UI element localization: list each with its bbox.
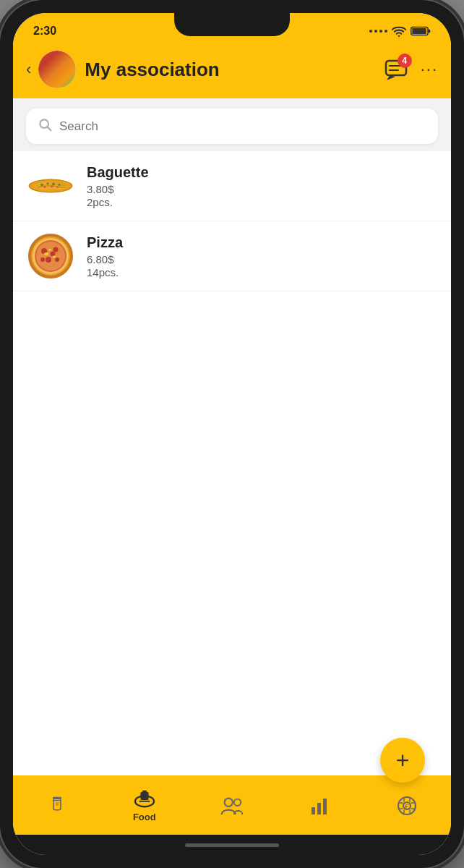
svg-point-17 (56, 186, 58, 187)
food-nav-label: Food (133, 812, 156, 822)
svg-point-28 (44, 252, 48, 255)
pizza-qty: 14pcs. (87, 266, 123, 278)
svg-rect-2 (412, 28, 426, 34)
svg-rect-41 (312, 807, 315, 814)
avatar-image (38, 51, 76, 88)
status-time: 2:30 (33, 25, 56, 38)
back-button[interactable]: ‹ (26, 60, 31, 79)
search-box[interactable] (26, 109, 438, 144)
svg-point-26 (40, 258, 45, 262)
svg-line-8 (48, 127, 51, 131)
baguette-qty: 2pcs. (87, 196, 149, 208)
stats-icon (309, 796, 330, 816)
svg-text:€: € (405, 803, 410, 811)
settings-icon: € (397, 796, 417, 816)
svg-point-34 (55, 802, 59, 806)
svg-rect-3 (428, 30, 430, 33)
wifi-icon (392, 25, 406, 37)
svg-point-0 (398, 35, 400, 37)
list-item[interactable]: Pizza 6.80$ 14pcs. (13, 221, 451, 292)
chat-button[interactable]: 4 (383, 56, 409, 82)
pizza-image (27, 233, 74, 279)
svg-rect-33 (53, 797, 61, 799)
svg-point-29 (53, 255, 56, 258)
nav-item-drinks[interactable] (35, 796, 79, 816)
more-button[interactable]: ··· (421, 60, 438, 79)
bottom-nav: Food (13, 775, 451, 835)
notification-badge: 4 (398, 54, 412, 68)
svg-point-30 (48, 249, 51, 251)
status-icons (369, 25, 431, 37)
header: ‹ My association 4 ··· (13, 45, 451, 98)
pizza-info: Pizza 6.80$ 14pcs. (87, 234, 123, 278)
svg-point-39 (225, 799, 233, 807)
svg-rect-43 (323, 799, 327, 814)
drinks-icon (47, 796, 67, 816)
list-item[interactable]: Baguette 3.80$ 2pcs. (13, 151, 451, 221)
food-icon (134, 789, 155, 809)
content-area: Baguette 3.80$ 2pcs. (13, 98, 451, 775)
svg-point-16 (51, 185, 53, 187)
svg-point-12 (46, 182, 48, 184)
svg-rect-37 (142, 791, 147, 794)
svg-point-24 (46, 257, 51, 263)
phone-frame: 2:30 (0, 0, 464, 868)
notch (174, 13, 290, 36)
nav-item-food[interactable]: Food (123, 789, 166, 822)
svg-rect-42 (317, 803, 321, 814)
nav-item-settings[interactable]: € (385, 796, 429, 816)
pizza-price: 6.80$ (87, 253, 123, 265)
search-icon (38, 117, 52, 135)
battery-icon (411, 25, 431, 37)
nav-item-stats[interactable] (298, 796, 341, 816)
home-bar (185, 843, 279, 847)
search-container (13, 98, 451, 151)
svg-point-21 (36, 242, 65, 271)
search-input[interactable] (59, 119, 426, 134)
phone-screen: 2:30 (13, 13, 451, 855)
svg-point-11 (40, 183, 43, 186)
fab-container: + (380, 738, 425, 783)
svg-point-13 (52, 183, 55, 186)
svg-point-15 (43, 186, 46, 188)
svg-point-23 (53, 247, 59, 252)
pizza-name: Pizza (87, 234, 123, 251)
food-list: Baguette 3.80$ 2pcs. (13, 151, 451, 775)
avatar (38, 51, 76, 88)
svg-point-25 (55, 258, 59, 262)
baguette-info: Baguette 3.80$ 2pcs. (87, 164, 149, 208)
baguette-price: 3.80$ (87, 183, 149, 195)
baguette-name: Baguette (87, 164, 149, 181)
nav-item-people[interactable] (210, 796, 254, 816)
add-button[interactable]: + (380, 738, 425, 783)
header-actions: 4 ··· (383, 56, 438, 82)
svg-point-14 (58, 184, 60, 186)
page-title: My association (85, 59, 382, 81)
baguette-image (27, 163, 74, 209)
people-icon (220, 796, 244, 816)
signal-icon (369, 30, 387, 33)
svg-point-40 (234, 799, 241, 806)
home-indicator (13, 835, 451, 855)
